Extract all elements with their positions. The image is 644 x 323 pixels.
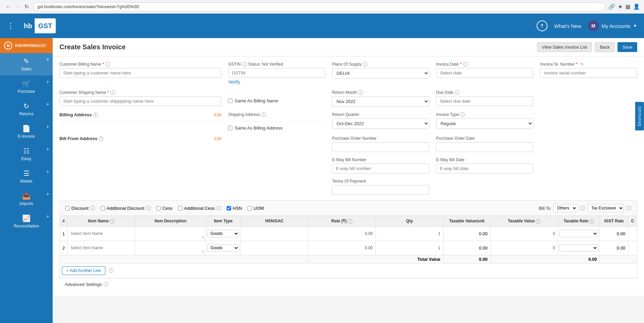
taxable-val-col-info[interactable]: i — [536, 219, 540, 224]
rate-col-info[interactable]: i — [348, 219, 352, 224]
shortcuts-tab[interactable]: Shortcuts — [635, 102, 644, 131]
bill-to-select[interactable]: Others — [553, 204, 577, 212]
add-another-line-button[interactable]: + Add Another Line — [62, 266, 105, 275]
customer-billing-name-input[interactable] — [59, 68, 221, 78]
star-icon[interactable]: ★ — [618, 3, 623, 10]
additional-discount-checkbox[interactable] — [101, 206, 105, 210]
row2-item-desc-input[interactable] — [137, 242, 204, 250]
invoice-date-info-icon[interactable]: i — [463, 62, 468, 67]
billing-address-edit-link[interactable]: Edit — [214, 113, 222, 117]
add-eway-icon[interactable]: + — [46, 146, 49, 152]
forward-button[interactable]: → — [14, 2, 22, 11]
sidebar-item-imports[interactable]: 📥 Imports + — [0, 188, 53, 210]
gstin-info-icon[interactable]: i — [242, 62, 247, 67]
place-supply-info-icon[interactable]: i — [363, 62, 367, 67]
hsn-checkbox[interactable] — [227, 206, 231, 210]
row2-item-name-input[interactable] — [69, 244, 134, 252]
bill-to-info-icon[interactable]: i — [580, 206, 585, 210]
add-imports-icon[interactable]: + — [46, 191, 49, 197]
row2-hsn-input[interactable] — [242, 244, 307, 252]
po-number-input[interactable] — [332, 142, 429, 152]
help-icon[interactable]: ? — [537, 20, 547, 31]
share-icon[interactable]: 🔗 — [608, 3, 615, 10]
row1-hsn-input[interactable] — [242, 230, 307, 237]
add-master-icon[interactable]: + — [46, 169, 49, 175]
profile-icon[interactable]: 👤 — [633, 3, 640, 10]
same-as-billing-name-checkbox[interactable] — [228, 99, 232, 103]
customer-shipping-name-input[interactable] — [59, 96, 221, 106]
same-as-billing-address-checkbox[interactable] — [228, 126, 232, 130]
refresh-sr-icon[interactable]: ↻ — [580, 62, 584, 67]
grid-icon[interactable]: ⋮ — [7, 21, 14, 30]
return-month-select[interactable]: Nov 2022 — [332, 96, 429, 107]
add-purchase-icon[interactable]: + — [46, 79, 49, 85]
view-invoice-list-button[interactable]: View Sales Invoice List — [537, 42, 592, 52]
tax-type-info-icon[interactable]: i — [627, 206, 631, 210]
billing-addr-info-icon[interactable]: i — [93, 113, 98, 117]
sidebar-item-reconciliation[interactable]: 📈 Reconciliation + — [0, 210, 53, 233]
add-returns-icon[interactable]: + — [46, 101, 49, 107]
due-date-input[interactable] — [436, 96, 533, 106]
row2-taxable-rate-select[interactable] — [559, 244, 598, 252]
row1-item-desc-input[interactable] — [137, 228, 204, 236]
verify-link[interactable]: Verify — [228, 79, 325, 85]
row2-item-type-select[interactable]: Goods Services — [207, 244, 239, 252]
row1-taxable-value-input[interactable] — [492, 230, 557, 237]
sidebar-item-einvoice[interactable]: 📄 E-Invoice + — [0, 120, 53, 143]
discount-checkbox[interactable] — [65, 206, 70, 210]
shipping-addr-info-icon[interactable]: i — [261, 112, 266, 117]
sidebar-item-returns[interactable]: ↻ Returns + — [0, 98, 53, 120]
place-of-supply-select[interactable]: DELHI — [332, 68, 429, 79]
shipping-name-info-icon[interactable]: i — [110, 90, 115, 95]
whats-new-link[interactable]: What's New — [554, 23, 581, 29]
row1-rate-input[interactable] — [310, 230, 374, 237]
due-date-info-icon[interactable]: i — [455, 90, 459, 95]
po-date-input[interactable] — [436, 142, 533, 152]
sidebar-item-eway[interactable]: ☷ Eway + — [0, 143, 53, 165]
row1-item-name-input[interactable] — [69, 230, 134, 237]
address-bar[interactable]: gst.hostbooks.com/invoice/sales?Isinvamd… — [33, 2, 606, 11]
row2-rate-input[interactable] — [310, 244, 374, 252]
uom-checkbox[interactable] — [247, 206, 252, 210]
row1-item-type-select[interactable]: Goods Services — [207, 230, 239, 237]
invoice-type-info-icon[interactable]: i — [460, 112, 465, 117]
billing-name-info-icon[interactable]: i — [105, 62, 110, 67]
additional-cess-checkbox[interactable] — [178, 206, 182, 210]
invoice-date-input[interactable] — [436, 68, 533, 78]
back-page-button[interactable]: Back — [595, 42, 615, 52]
invoice-type-select[interactable]: Regular — [436, 118, 533, 129]
return-month-info-icon[interactable]: i — [358, 90, 363, 95]
row2-qty-input[interactable] — [377, 244, 442, 252]
cess-checkbox[interactable] — [156, 206, 161, 210]
refresh-button[interactable]: ↻ — [23, 2, 30, 11]
row2-taxable-value-input[interactable] — [492, 244, 557, 252]
item-name-col-info[interactable]: i — [110, 219, 115, 224]
row1-taxable-rate-select[interactable] — [559, 230, 598, 237]
bill-from-edit-link[interactable]: Edit — [214, 136, 222, 141]
extension-icon[interactable]: ▦ — [625, 3, 630, 10]
row1-qty-input[interactable] — [377, 230, 442, 237]
taxable-rate-col-info[interactable]: i — [590, 219, 594, 224]
bill-from-info-icon[interactable]: i — [99, 136, 103, 141]
terms-payment-input[interactable] — [332, 185, 429, 195]
gstin-input[interactable] — [228, 68, 325, 78]
my-accounts-menu[interactable]: M My Accounts ▼ — [588, 20, 637, 31]
add-line-info-icon[interactable]: i — [109, 268, 114, 273]
sidebar-item-purchase[interactable]: 🛒 Purchase + — [0, 75, 53, 98]
add-sales-icon[interactable]: + — [46, 56, 49, 63]
add-reconciliation-icon[interactable]: + — [46, 214, 49, 220]
return-quarter-select[interactable]: Oct-Dec 2022 — [332, 118, 429, 129]
eway-number-input[interactable] — [332, 164, 429, 173]
tax-type-select[interactable]: Tax Exclusive — [588, 204, 624, 212]
add-einvoice-icon[interactable]: + — [46, 124, 49, 130]
discount-info-icon[interactable]: i — [90, 206, 95, 210]
invoice-sr-input[interactable] — [540, 68, 637, 78]
save-button[interactable]: Save — [617, 42, 637, 52]
sidebar-item-master[interactable]: ☰ Master + — [0, 165, 53, 188]
advanced-settings-info-icon[interactable]: i — [104, 282, 108, 287]
add-discount-info-icon[interactable]: i — [146, 206, 151, 210]
add-cess-info-icon[interactable]: i — [216, 206, 221, 210]
eway-date-input[interactable] — [436, 164, 533, 173]
sidebar-item-sales[interactable]: ✎ Sales + — [0, 53, 53, 75]
back-button[interactable]: ← — [4, 2, 12, 11]
